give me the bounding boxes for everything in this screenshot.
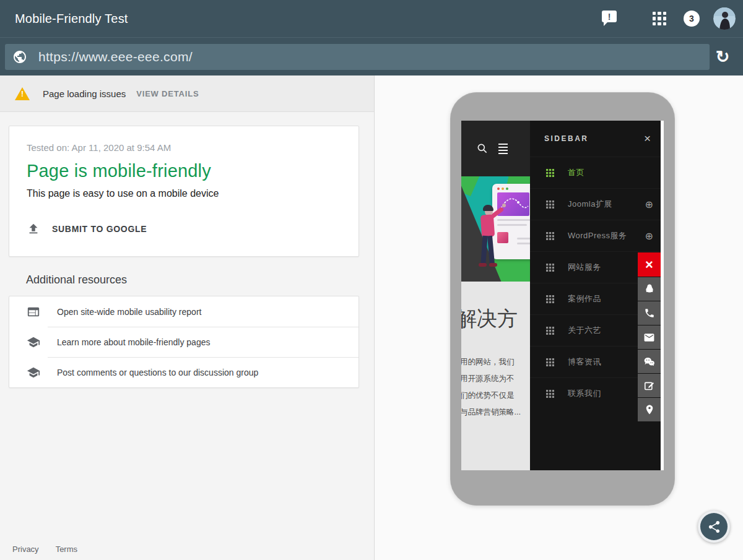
- body-line: 用的网站，我们: [461, 354, 530, 371]
- sidebar-item-label: Joomla扩展: [568, 199, 612, 210]
- resources-heading: Additional resources: [26, 274, 127, 286]
- body-line: 用开源系统为不: [461, 371, 530, 387]
- warning-exclamation: !: [19, 90, 25, 98]
- grid-bullet-icon: [546, 295, 554, 303]
- warning-message: Page loading issues: [43, 88, 126, 99]
- person-leg: [480, 236, 487, 264]
- mobile-page-header: [461, 121, 530, 176]
- terms-link[interactable]: Terms: [56, 545, 77, 554]
- person-shoe: [489, 263, 497, 267]
- apps-grid-icon[interactable]: [653, 12, 666, 25]
- result-card: Tested on: Apr 11, 2020 at 9:54 AM Page …: [9, 126, 359, 257]
- search-icon: [476, 142, 489, 155]
- window-dots: [497, 187, 530, 190]
- appbar-actions: ! 3: [602, 7, 736, 30]
- phone-icon[interactable]: [638, 301, 661, 325]
- resource-link-learn-more[interactable]: Learn more about mobile-friendly pages: [9, 327, 358, 357]
- page-content-strip: 解决方 用的网站，我们 用开源系统为不 们的优势不仅是 与品牌营销策略...: [461, 282, 530, 470]
- grid-bullet-icon: [546, 232, 554, 240]
- tested-on-text: Tested on: Apr 11, 2020 at 9:54 AM: [27, 142, 341, 153]
- feedback-icon[interactable]: !: [602, 11, 618, 27]
- sidebar-item-joomla[interactable]: Joomla扩展 ⊕: [530, 188, 661, 220]
- sidebar-item-label: 联系我们: [568, 388, 601, 399]
- expand-icon[interactable]: ⊕: [645, 230, 653, 242]
- body-line: 们的优势不仅是: [461, 387, 530, 404]
- rendered-page-strip: 解决方 用的网站，我们 用开源系统为不 们的优势不仅是 与品牌营销策略...: [461, 121, 530, 470]
- person-figure: [471, 204, 508, 278]
- text-line-shape: [517, 238, 530, 239]
- resource-label: Open site-wide mobile usability report: [57, 307, 201, 317]
- resource-label: Learn more about mobile-friendly pages: [57, 337, 210, 347]
- menu-icon: [498, 144, 508, 154]
- phone-screen: 解决方 用的网站，我们 用开源系统为不 们的优势不仅是 与品牌营销策略... S…: [461, 121, 664, 470]
- share-button[interactable]: [698, 510, 730, 543]
- resource-link-usability-report[interactable]: Open site-wide mobile usability report: [9, 296, 358, 327]
- text-line-shape: [517, 243, 530, 244]
- grid-bullet-icon: [546, 358, 554, 366]
- footer: Privacy Terms: [12, 545, 94, 554]
- illustration-shape: [461, 176, 482, 196]
- resource-label: Post comments or questions to our discus…: [57, 368, 258, 377]
- sidebar-item-label: 关于六艺: [568, 325, 601, 336]
- person-hair: [483, 205, 493, 211]
- close-icon[interactable]: ×: [644, 132, 651, 145]
- avatar[interactable]: [713, 7, 736, 30]
- mail-icon[interactable]: [638, 325, 661, 349]
- body-line: 与品牌营销策略...: [461, 404, 530, 421]
- url-bar: https://www.eee-eee.com/ ↻: [0, 37, 743, 75]
- refresh-icon[interactable]: ↻: [710, 44, 736, 70]
- hero-illustration: [461, 176, 530, 282]
- privacy-link[interactable]: Privacy: [12, 545, 39, 554]
- grid-bullet-icon: [546, 264, 554, 272]
- globe-icon: [12, 50, 27, 64]
- view-details-link[interactable]: VIEW DETAILS: [136, 89, 199, 98]
- discussion-icon: [27, 366, 40, 379]
- app-bar: Mobile-Friendly Test ! 3: [0, 0, 743, 37]
- upload-icon: [27, 222, 40, 236]
- notification-badge[interactable]: 3: [684, 11, 700, 27]
- avatar-image: [713, 7, 736, 30]
- resources-card: Open site-wide mobile usability report L…: [9, 296, 359, 388]
- edit-icon[interactable]: [638, 374, 661, 397]
- sidebar-title: SIDEBAR: [544, 134, 589, 143]
- verdict-heading: Page is mobile-friendly: [27, 161, 341, 181]
- grid-bullet-icon: [546, 169, 554, 177]
- sidebar-item-wordpress[interactable]: WordPress服务 ⊕: [530, 220, 661, 251]
- person-leg: [487, 236, 495, 265]
- verdict-description: This page is easy to use on a mobile dev…: [27, 188, 341, 199]
- location-icon[interactable]: [638, 398, 661, 421]
- person-hand: [502, 204, 506, 207]
- expand-icon[interactable]: ⊕: [645, 199, 653, 210]
- learn-icon: [27, 335, 40, 349]
- sidebar-item-label: 博客资讯: [568, 356, 601, 368]
- usability-report-icon: [27, 305, 40, 319]
- feedback-exclamation: !: [602, 11, 617, 23]
- url-text: https://www.eee-eee.com/: [38, 50, 193, 64]
- submit-label: SUBMIT TO GOOGLE: [52, 224, 147, 234]
- page-body-text: 用的网站，我们 用开源系统为不 们的优势不仅是 与品牌营销策略...: [461, 354, 530, 421]
- page-headline-fragment: 解决方: [461, 305, 530, 333]
- resource-link-discussion[interactable]: Post comments or questions to our discus…: [9, 357, 358, 387]
- sidebar-item-label: 案例作品: [568, 293, 601, 304]
- rail-close-button[interactable]: ×: [638, 252, 661, 277]
- warning-icon: !: [15, 87, 30, 100]
- url-input[interactable]: https://www.eee-eee.com/: [5, 44, 710, 70]
- contact-rail: ×: [638, 252, 661, 422]
- submit-to-google-button[interactable]: SUBMIT TO GOOGLE: [27, 222, 147, 236]
- results-panel: ! Page loading issues VIEW DETAILS Teste…: [0, 75, 375, 560]
- phone-mockup: 解决方 用的网站，我们 用开源系统为不 们的优势不仅是 与品牌营销策略... S…: [451, 93, 674, 505]
- preview-panel: 解决方 用的网站，我们 用开源系统为不 们的优势不仅是 与品牌营销策略... S…: [375, 75, 743, 560]
- person-shoe: [479, 263, 487, 267]
- grid-bullet-icon: [546, 390, 554, 398]
- share-icon: [707, 520, 721, 534]
- sidebar-item-home[interactable]: 首页: [530, 157, 661, 188]
- grid-bullet-icon: [546, 327, 554, 335]
- qq-icon[interactable]: [638, 277, 661, 301]
- close-icon: ×: [645, 258, 653, 272]
- person-body: [480, 214, 495, 237]
- sidebar-item-label: WordPress服务: [568, 230, 627, 241]
- sidebar-header: SIDEBAR ×: [530, 121, 661, 157]
- sidebar-item-label: 首页: [568, 167, 584, 178]
- warning-bar: ! Page loading issues VIEW DETAILS: [0, 75, 374, 112]
- wechat-icon[interactable]: [638, 350, 661, 373]
